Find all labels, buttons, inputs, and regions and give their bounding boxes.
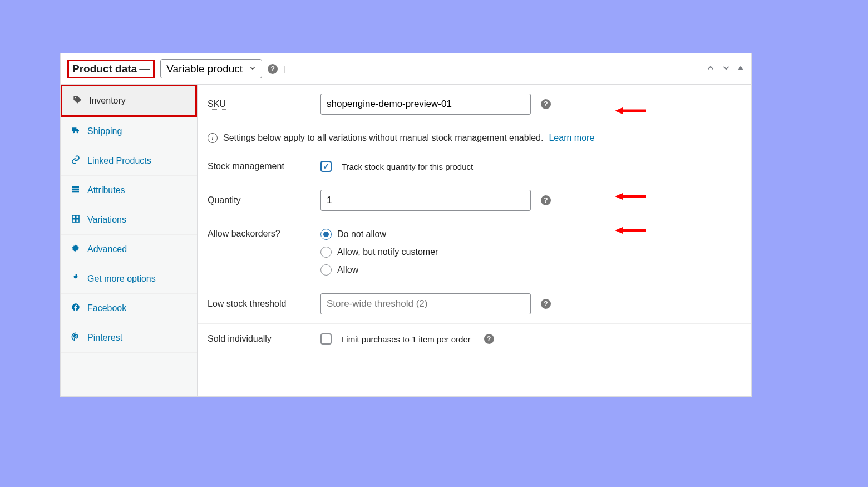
sidebar-item-label: Shipping <box>87 126 122 136</box>
svg-marker-16 <box>615 227 623 234</box>
info-icon: i <box>208 133 218 143</box>
svg-rect-5 <box>72 191 79 193</box>
annotation-arrow <box>615 106 646 114</box>
radio-label: Do not allow <box>337 229 386 239</box>
panel-controls <box>706 63 744 75</box>
radio-label: Allow, but notify customer <box>337 247 438 257</box>
sold-individually-label: Sold individually <box>208 334 310 344</box>
divider: | <box>283 64 285 73</box>
quantity-row: Quantity ? <box>198 181 751 220</box>
help-icon[interactable]: ? <box>541 299 551 309</box>
svg-rect-6 <box>72 215 75 218</box>
sold-individually-checkbox[interactable]: ✓ <box>320 333 332 345</box>
panel-title: Product data — <box>67 60 155 78</box>
sku-row: SKU ? <box>198 85 751 124</box>
sidebar-item-facebook[interactable]: Facebook <box>61 294 197 323</box>
svg-point-1 <box>73 131 75 133</box>
gear-icon <box>71 244 81 255</box>
help-icon[interactable]: ? <box>541 195 551 205</box>
backorder-option[interactable]: Allow, but notify customer <box>320 247 438 258</box>
backorders-row: Allow backorders? Do not allow Allow, bu… <box>198 220 751 284</box>
product-type-select-wrap: Variable product <box>160 59 262 78</box>
svg-point-2 <box>77 131 78 133</box>
learn-more-link[interactable]: Learn more <box>549 133 594 143</box>
truck-icon <box>71 126 81 137</box>
radio-label: Allow <box>337 265 358 275</box>
sidebar-item-variations[interactable]: Variations <box>61 205 197 235</box>
sidebar-item-shipping[interactable]: Shipping <box>61 117 197 146</box>
panel-header: Product data — Variable product ? | <box>61 53 751 85</box>
product-data-panel: Product data — Variable product ? | Inve… <box>60 53 752 397</box>
sidebar: Inventory Shipping Linked Products Attri… <box>61 85 198 396</box>
plug-icon <box>71 273 81 284</box>
quantity-input[interactable] <box>320 190 531 211</box>
svg-rect-8 <box>72 219 75 222</box>
svg-marker-12 <box>615 107 623 114</box>
backorders-label: Allow backorders? <box>208 229 310 239</box>
sidebar-item-label: Advanced <box>87 244 127 254</box>
stock-mgmt-checkbox-label: Track stock quantity for this product <box>342 162 473 171</box>
sidebar-item-label: Variations <box>87 215 126 225</box>
info-row: i Settings below apply to all variations… <box>198 124 751 152</box>
sidebar-item-advanced[interactable]: Advanced <box>61 235 197 264</box>
facebook-icon <box>71 303 81 314</box>
low-stock-label: Low stock threshold <box>208 299 310 309</box>
svg-marker-14 <box>615 193 623 200</box>
sidebar-item-label: Linked Products <box>87 156 151 166</box>
svg-rect-3 <box>72 186 79 188</box>
backorder-option[interactable]: Do not allow <box>320 229 438 240</box>
sidebar-item-inventory[interactable]: Inventory <box>61 85 197 117</box>
sidebar-item-label: Inventory <box>89 96 126 106</box>
inventory-content: SKU ? i Settings below apply to all vari… <box>198 85 751 396</box>
pinterest-icon <box>71 332 81 343</box>
annotation-arrow <box>615 192 646 200</box>
sidebar-item-linked[interactable]: Linked Products <box>61 146 197 176</box>
sidebar-item-attributes[interactable]: Attributes <box>61 176 197 205</box>
radio-icon <box>320 229 332 240</box>
sold-individually-row: Sold individually ✓ Limit purchases to 1… <box>198 324 751 353</box>
stock-mgmt-checkbox[interactable]: ✓ <box>320 161 332 172</box>
toggle-icon[interactable] <box>737 64 744 73</box>
help-icon[interactable]: ? <box>268 64 278 74</box>
sidebar-item-more-options[interactable]: Get more options <box>61 264 197 294</box>
sidebar-item-pinterest[interactable]: Pinterest <box>61 323 197 353</box>
product-type-select[interactable]: Variable product <box>160 59 262 78</box>
help-icon[interactable]: ? <box>484 334 494 344</box>
list-icon <box>71 185 81 196</box>
sold-individually-checkbox-label: Limit purchases to 1 item per order <box>342 334 471 344</box>
sidebar-item-label: Facebook <box>87 303 126 313</box>
svg-rect-4 <box>72 189 79 190</box>
sku-label: SKU <box>208 99 226 110</box>
svg-rect-9 <box>76 219 79 222</box>
sidebar-item-label: Pinterest <box>87 333 122 343</box>
sidebar-item-label: Get more options <box>87 274 156 284</box>
low-stock-input[interactable] <box>320 293 531 314</box>
sku-input[interactable] <box>320 94 531 115</box>
backorders-radio-group: Do not allow Allow, but notify customer … <box>320 229 438 276</box>
low-stock-row: Low stock threshold ? <box>198 284 751 323</box>
move-up-icon[interactable] <box>706 63 716 75</box>
move-down-icon[interactable] <box>721 63 731 75</box>
grid-icon <box>71 214 81 225</box>
stock-management-row: Stock management ✓ Track stock quantity … <box>198 152 751 181</box>
tag-icon <box>72 95 82 106</box>
stock-mgmt-label: Stock management <box>208 161 310 171</box>
link-icon <box>71 155 81 166</box>
radio-icon <box>320 247 332 258</box>
radio-icon <box>320 264 332 276</box>
backorder-option[interactable]: Allow <box>320 264 438 276</box>
panel-title-dash: — <box>139 63 150 75</box>
quantity-label: Quantity <box>208 195 310 205</box>
panel-title-text: Product data <box>72 63 137 75</box>
svg-marker-0 <box>738 66 743 70</box>
svg-rect-7 <box>76 215 79 218</box>
help-icon[interactable]: ? <box>541 99 551 109</box>
annotation-arrow <box>615 226 646 234</box>
info-text: Settings below apply to all variations w… <box>223 133 543 143</box>
sidebar-item-label: Attributes <box>87 185 125 195</box>
